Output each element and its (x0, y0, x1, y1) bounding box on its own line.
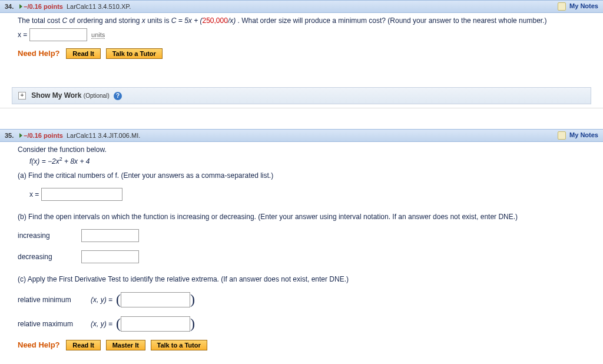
my-notes-link[interactable]: My Notes (558, 131, 598, 140)
optional-label: (Optional) (84, 92, 110, 99)
part-c-text: (c) Apply the First Derivative Test to i… (18, 275, 585, 283)
rel-max-input[interactable] (121, 316, 190, 332)
my-notes-text: My Notes (569, 131, 598, 138)
part-a-input-row: x = (29, 188, 585, 201)
source-label: LarCalc11 3.4.JIT.006.MI. (67, 132, 140, 139)
need-help-label: Need Help? (18, 340, 60, 349)
question-body: The total cost C of ordering and storing… (0, 13, 603, 70)
points-label: –/0.16 points (24, 132, 63, 139)
xy-equals: (x, y) = (91, 320, 112, 328)
question-body: Consider the function below. f(x) = −2x2… (0, 142, 603, 361)
expand-icon[interactable] (19, 4, 22, 9)
master-it-button[interactable]: Master It (106, 340, 145, 350)
increasing-input[interactable] (81, 229, 139, 242)
need-help-row: Need Help? Read It Talk to a Tutor (18, 48, 585, 59)
question-number: 34. (5, 3, 14, 10)
function-definition: f(x) = −2x2 + 8x + 4 (29, 156, 585, 166)
problem-statement: The total cost C of ordering and storing… (18, 16, 585, 25)
decreasing-input[interactable] (81, 250, 139, 263)
decreasing-label: decreasing (18, 253, 81, 261)
critical-numbers-input[interactable] (41, 188, 122, 201)
question-number: 35. (5, 132, 14, 139)
increasing-row: increasing (18, 229, 585, 242)
close-paren-icon: ) (190, 292, 195, 307)
source-label: LarCalc11 3.4.510.XP. (67, 3, 131, 10)
question-header: 35. –/0.16 points LarCalc11 3.4.JIT.006.… (0, 129, 603, 142)
decreasing-row: decreasing (18, 250, 585, 263)
read-it-button[interactable]: Read It (66, 340, 101, 350)
open-paren-icon: ( (116, 292, 121, 307)
help-icon[interactable]: ? (114, 92, 122, 100)
xy-equals: (x, y) = (91, 296, 112, 304)
need-help-row: Need Help? Read It Master It Talk to a T… (18, 340, 585, 350)
need-help-label: Need Help? (18, 49, 60, 58)
answer-row: x = units (18, 28, 585, 41)
answer-input-x[interactable] (29, 28, 87, 41)
intro-text: Consider the function below. (18, 145, 585, 154)
my-notes-text: My Notes (569, 2, 598, 9)
talk-tutor-button[interactable]: Talk to a Tutor (151, 340, 207, 350)
expand-toggle-icon[interactable]: + (18, 92, 26, 100)
rel-min-label: relative minimum (18, 296, 88, 304)
rel-max-label: relative maximum (18, 320, 88, 328)
points-label: –/0.16 points (24, 3, 63, 10)
rel-min-input[interactable] (121, 292, 190, 307)
note-icon (558, 2, 566, 11)
rel-max-row: relative maximum (x, y) = ( ) (18, 316, 585, 332)
open-paren-icon: ( (116, 316, 121, 332)
expand-icon[interactable] (19, 133, 22, 138)
part-b-text: (b) Find the open intervals on which the… (18, 213, 585, 221)
show-my-work-bar[interactable]: + Show My Work (Optional) ? (12, 87, 591, 104)
divider (0, 108, 603, 108)
read-it-button[interactable]: Read It (66, 48, 101, 59)
talk-tutor-button[interactable]: Talk to a Tutor (106, 48, 163, 59)
note-icon (558, 131, 566, 140)
show-work-label: Show My Work (31, 91, 81, 100)
x-equals-label: x = (29, 190, 39, 198)
part-a-text: (a) Find the critical numbers of f. (Ent… (18, 171, 585, 180)
question-34: 34. –/0.16 points LarCalc11 3.4.510.XP. … (0, 0, 603, 108)
units-label: units (91, 31, 105, 39)
rel-min-row: relative minimum (x, y) = ( ) (18, 292, 585, 307)
x-equals-label: x = (18, 31, 27, 39)
close-paren-icon: ) (190, 316, 195, 332)
increasing-label: increasing (18, 231, 81, 240)
question-header: 34. –/0.16 points LarCalc11 3.4.510.XP. … (0, 0, 603, 13)
my-notes-link[interactable]: My Notes (558, 2, 598, 11)
question-35: 35. –/0.16 points LarCalc11 3.4.JIT.006.… (0, 129, 603, 361)
cost-constant: 250,000 (203, 16, 228, 25)
